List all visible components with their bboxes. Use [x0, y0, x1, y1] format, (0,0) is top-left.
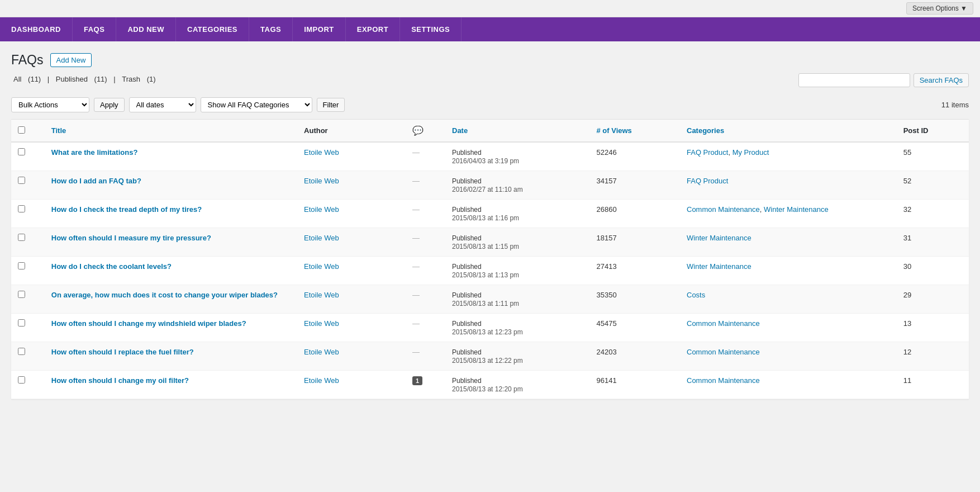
dates-select[interactable]: All dates 2016/04 2016/02 2015/08 [129, 97, 196, 112]
filter-button[interactable]: Filter [317, 98, 345, 112]
author-link[interactable]: Etoile Web [304, 205, 339, 214]
search-faqs-button[interactable]: Search FAQs [914, 73, 969, 87]
nav-item-dashboard[interactable]: DASHBOARD [0, 17, 73, 41]
author-link[interactable]: Etoile Web [304, 319, 339, 328]
faq-title-link[interactable]: How do I add an FAQ tab? [51, 177, 141, 185]
table-row: How do I check the coolant levels?Etoile… [11, 257, 969, 285]
category-link[interactable]: Common Maintenance [687, 205, 760, 214]
categories-column-header[interactable]: Categories [680, 120, 897, 143]
nav-item-add-new[interactable]: ADD NEW [116, 17, 176, 41]
nav-item-import[interactable]: IMPORT [293, 17, 346, 41]
author-cell: Etoile Web [297, 142, 406, 171]
filter-all-link[interactable]: All (11) [11, 75, 43, 83]
comments-cell: 1 [406, 371, 445, 399]
post-id-cell: 12 [897, 342, 969, 371]
date-sort-link[interactable]: Date [452, 126, 468, 135]
faq-title-link[interactable]: How often should I change my oil filter? [51, 376, 189, 385]
faq-title-link[interactable]: How do I check the tread depth of my tir… [51, 205, 202, 214]
comments-cell: — [406, 171, 445, 200]
post-id-cell: 55 [897, 142, 969, 171]
category-link[interactable]: FAQ Product [687, 148, 728, 157]
category-link[interactable]: My Product [732, 148, 769, 157]
select-all-checkbox[interactable] [18, 126, 25, 134]
filter-trash-link[interactable]: Trash (1) [120, 75, 158, 83]
post-id-column-header: Post ID [897, 120, 969, 143]
nav-item-export[interactable]: EXPORT [346, 17, 400, 41]
category-link[interactable]: Common Maintenance [687, 376, 760, 385]
comments-cell: — [406, 142, 445, 171]
row-checkbox-7[interactable] [18, 319, 25, 327]
category-link[interactable]: FAQ Product [687, 177, 728, 185]
author-link[interactable]: Etoile Web [304, 348, 339, 356]
faq-title-link[interactable]: What are the limitations? [51, 148, 138, 157]
author-cell: Etoile Web [297, 228, 406, 257]
author-cell: Etoile Web [297, 171, 406, 200]
date-column-header[interactable]: Date [445, 120, 589, 143]
post-id-cell: 32 [897, 200, 969, 228]
comments-cell: — [406, 285, 445, 314]
item-count: 11 items [941, 101, 969, 109]
row-checkbox-2[interactable] [18, 177, 25, 184]
add-new-button[interactable]: Add New [50, 53, 92, 67]
nav-item-settings[interactable]: SETTINGS [400, 17, 462, 41]
nav-item-tags[interactable]: TAGS [249, 17, 293, 41]
views-cell: 27413 [589, 257, 680, 285]
author-link[interactable]: Etoile Web [304, 234, 339, 242]
row-checkbox-1[interactable] [18, 148, 25, 155]
select-all-header [11, 120, 45, 143]
views-cell: 35350 [589, 285, 680, 314]
comments-cell: — [406, 314, 445, 342]
faq-title-link[interactable]: How often should I change my windshield … [51, 319, 246, 328]
row-checkbox-9[interactable] [18, 376, 25, 384]
author-link[interactable]: Etoile Web [304, 177, 339, 185]
row-checkbox-5[interactable] [18, 262, 25, 269]
category-link[interactable]: Winter Maintenance [687, 234, 751, 242]
faq-title-link[interactable]: How often should I replace the fuel filt… [51, 348, 194, 356]
categories-cell: Common Maintenance [680, 342, 897, 371]
date-cell: Published2015/08/13 at 1:11 pm [445, 285, 589, 314]
category-link[interactable]: Winter Maintenance [764, 205, 829, 214]
row-checkbox-3[interactable] [18, 205, 25, 212]
comment-badge[interactable]: 1 [412, 376, 422, 385]
table-row: How often should I measure my tire press… [11, 228, 969, 257]
category-link[interactable]: Common Maintenance [687, 348, 760, 356]
views-cell: 45475 [589, 314, 680, 342]
post-id-cell: 30 [897, 257, 969, 285]
apply-button[interactable]: Apply [94, 98, 125, 112]
search-input[interactable] [798, 73, 910, 87]
categories-filter-select[interactable]: Show All FAQ Categories Common Maintenan… [201, 97, 312, 112]
filter-published-link[interactable]: Published (11) [54, 75, 110, 83]
category-link[interactable]: Costs [687, 291, 705, 299]
categories-cell: Winter Maintenance [680, 257, 897, 285]
faq-title-link[interactable]: On average, how much does it cost to cha… [51, 291, 278, 299]
nav-item-categories[interactable]: CATEGORIES [176, 17, 249, 41]
author-link[interactable]: Etoile Web [304, 262, 339, 271]
row-checkbox-4[interactable] [18, 234, 25, 241]
date-cell: Published2016/04/03 at 3:19 pm [445, 142, 589, 171]
date-cell: Published2015/08/13 at 1:16 pm [445, 200, 589, 228]
category-link[interactable]: Common Maintenance [687, 319, 760, 328]
categories-sort-link[interactable]: Categories [687, 126, 724, 135]
views-sort-link[interactable]: # of Views [596, 126, 631, 135]
author-link[interactable]: Etoile Web [304, 376, 339, 385]
faq-title-link[interactable]: How do I check the coolant levels? [51, 262, 172, 271]
table-row: How often should I replace the fuel filt… [11, 342, 969, 371]
comments-column-header: 💬 [406, 120, 445, 143]
faq-title-link[interactable]: How often should I measure my tire press… [51, 234, 211, 242]
author-link[interactable]: Etoile Web [304, 148, 339, 157]
main-content: FAQs Add New All (11) | Published (11) |… [0, 41, 980, 410]
category-link[interactable]: Winter Maintenance [687, 262, 751, 271]
bulk-actions-select[interactable]: Bulk Actions Edit Move to Trash [11, 97, 89, 112]
date-cell: Published2015/08/13 at 12:23 pm [445, 314, 589, 342]
post-id-cell: 29 [897, 285, 969, 314]
title-column-header[interactable]: Title [45, 120, 297, 143]
views-column-header[interactable]: # of Views [589, 120, 680, 143]
author-link[interactable]: Etoile Web [304, 291, 339, 299]
post-id-cell: 31 [897, 228, 969, 257]
title-sort-link[interactable]: Title [51, 126, 66, 135]
views-cell: 34157 [589, 171, 680, 200]
screen-options-button[interactable]: Screen Options ▼ [906, 2, 973, 15]
row-checkbox-8[interactable] [18, 348, 25, 355]
nav-item-faqs[interactable]: FAQS [73, 17, 116, 41]
row-checkbox-6[interactable] [18, 291, 25, 298]
